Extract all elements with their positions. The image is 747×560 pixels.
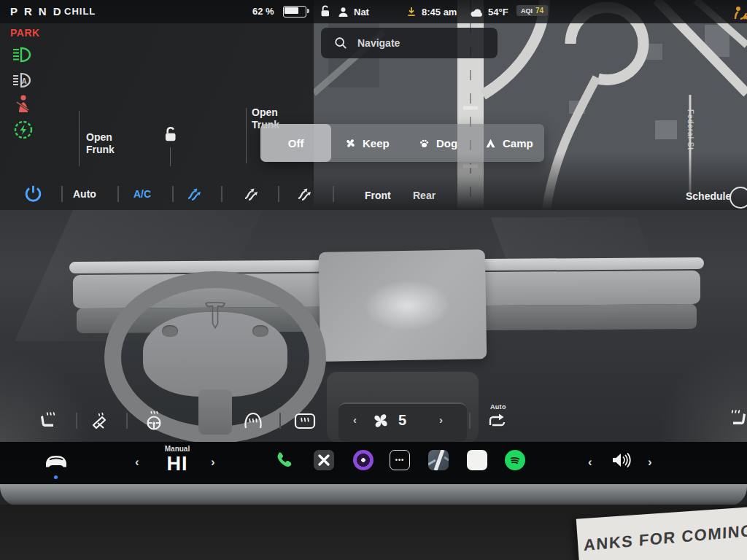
ac-button[interactable]: A/C bbox=[133, 188, 151, 200]
map-fade bbox=[314, 153, 747, 216]
outside-temp: 54°F bbox=[488, 7, 508, 18]
vent-center-icon[interactable] bbox=[242, 184, 261, 202]
fan-speed-up-button[interactable]: › bbox=[439, 414, 443, 425]
temperature-control[interactable]: Manual HI bbox=[155, 445, 199, 475]
screen-bottom-bezel bbox=[0, 484, 747, 505]
status-bar: PRND CHILL 62 % Nat 8:45 am 54°F bbox=[0, 0, 747, 23]
recirculation-icon[interactable] bbox=[486, 412, 508, 429]
regen-brake-icon bbox=[13, 120, 35, 139]
segment-camp[interactable]: Camp bbox=[473, 124, 544, 162]
center-console bbox=[327, 372, 479, 442]
app-launcher-icon[interactable]: ••• bbox=[390, 450, 410, 470]
media-app-icon[interactable] bbox=[353, 450, 374, 470]
tesla-logo bbox=[203, 299, 228, 331]
recirc-auto-label: Auto bbox=[490, 403, 506, 411]
front-climate-tab[interactable]: Front bbox=[365, 190, 391, 201]
volume-icon[interactable] bbox=[610, 451, 632, 470]
maps-app-icon[interactable] bbox=[428, 450, 449, 470]
vent-driver-icon[interactable] bbox=[185, 184, 204, 202]
weather-group[interactable]: 54°F bbox=[470, 4, 508, 20]
climate-auto-button[interactable]: Auto bbox=[73, 188, 96, 200]
front-defrost-icon[interactable] bbox=[242, 411, 264, 431]
tent-icon bbox=[484, 137, 497, 149]
cabin-visualization bbox=[0, 210, 747, 442]
clock-group: 8:45 am bbox=[406, 4, 457, 20]
battery-percent[interactable]: 62 % bbox=[252, 6, 274, 17]
temp-mode-label: Manual bbox=[155, 445, 199, 453]
open-frunk-button[interactable]: Open Frunk bbox=[86, 131, 115, 156]
gear-n[interactable]: N bbox=[39, 5, 48, 18]
airbag-warning-icon bbox=[731, 4, 747, 20]
fan-speed-value: 5 bbox=[398, 412, 406, 429]
person-icon bbox=[337, 6, 349, 18]
gear-p[interactable]: P bbox=[10, 5, 19, 18]
navigate-placeholder: Navigate bbox=[357, 37, 400, 49]
unlock-icon[interactable] bbox=[318, 4, 333, 19]
app-dock: ‹ Manual HI › ••• ‹ › bbox=[0, 442, 747, 484]
steering-wheel-heat-icon[interactable] bbox=[143, 410, 165, 432]
sign-text: ANKS FOR COMING bbox=[584, 521, 747, 556]
temp-down-button[interactable]: ‹ bbox=[135, 456, 139, 468]
schedule-button[interactable]: Schedule bbox=[686, 190, 731, 202]
volume-up-button[interactable]: › bbox=[648, 456, 652, 468]
headlight-on-icon bbox=[12, 45, 34, 64]
unlock-divider bbox=[170, 147, 171, 166]
center-display bbox=[319, 249, 487, 362]
seat-heater-right-icon[interactable] bbox=[725, 408, 747, 429]
segment-dog[interactable]: Dog bbox=[403, 124, 473, 162]
climate-power-icon[interactable] bbox=[23, 184, 43, 203]
schedule-clock-icon[interactable] bbox=[729, 187, 747, 209]
paw-icon bbox=[418, 137, 430, 149]
temp-up-button[interactable]: › bbox=[211, 456, 215, 468]
profile[interactable]: Nat bbox=[337, 4, 369, 20]
door-unlock-icon[interactable] bbox=[161, 125, 180, 144]
phone-app-icon[interactable] bbox=[274, 450, 295, 470]
aqi-badge[interactable]: AQI 74 bbox=[516, 5, 548, 16]
rear-defrost-icon[interactable] bbox=[293, 412, 317, 430]
notes-app-icon[interactable] bbox=[467, 450, 487, 470]
gear-r[interactable]: R bbox=[24, 5, 34, 18]
gear-selector[interactable]: PRND bbox=[10, 5, 68, 18]
cabin-protection-control: Off Keep Dog Camp bbox=[260, 124, 544, 162]
separator-dot bbox=[54, 9, 56, 11]
svg-text:A: A bbox=[22, 77, 27, 85]
wiper-heat-icon[interactable] bbox=[89, 411, 112, 431]
street-label: Federal St bbox=[686, 109, 694, 150]
seat-heater-left-icon[interactable] bbox=[38, 411, 61, 431]
fan-speed-icon bbox=[371, 411, 391, 431]
clock: 8:45 am bbox=[422, 7, 457, 18]
auto-headlight-icon: A bbox=[12, 71, 34, 90]
frunk-divider bbox=[79, 111, 80, 166]
temp-value: HI bbox=[155, 453, 199, 475]
battery-tip bbox=[307, 9, 309, 13]
drive-mode-label: CHILL bbox=[64, 6, 96, 17]
download-icon[interactable] bbox=[406, 6, 417, 18]
aqi-value: 74 bbox=[535, 7, 543, 15]
x-app-icon[interactable] bbox=[314, 450, 334, 470]
navigate-search[interactable]: Navigate bbox=[321, 28, 498, 58]
notification-dot bbox=[54, 475, 58, 479]
steering-column bbox=[198, 389, 232, 435]
segment-off[interactable]: Off bbox=[260, 124, 331, 162]
trunk-divider bbox=[246, 108, 247, 163]
rear-climate-tab[interactable]: Rear bbox=[413, 190, 436, 201]
volume-down-button[interactable]: ‹ bbox=[588, 456, 592, 468]
car-status-icon[interactable] bbox=[42, 451, 70, 471]
segment-keep[interactable]: Keep bbox=[331, 124, 402, 162]
battery-icon bbox=[283, 6, 306, 18]
fan-icon bbox=[344, 137, 357, 149]
search-icon bbox=[334, 36, 347, 50]
park-indicator: PARK bbox=[10, 27, 40, 39]
vent-passenger-icon[interactable] bbox=[295, 184, 314, 202]
aqi-label: AQI bbox=[521, 7, 533, 15]
profile-name: Nat bbox=[354, 7, 369, 18]
scroll-wheel-right bbox=[252, 325, 268, 337]
spotify-app-icon[interactable] bbox=[505, 450, 525, 470]
seatbelt-warning-icon bbox=[13, 93, 35, 112]
fan-speed-down-button[interactable]: ‹ bbox=[353, 414, 357, 425]
scroll-wheel-left bbox=[162, 325, 178, 337]
cloud-icon bbox=[470, 7, 484, 18]
tesla-touchscreen: Federal St Navigate PRND CHILL 62 % Nat bbox=[0, 0, 747, 505]
gear-d[interactable]: D bbox=[53, 5, 63, 18]
